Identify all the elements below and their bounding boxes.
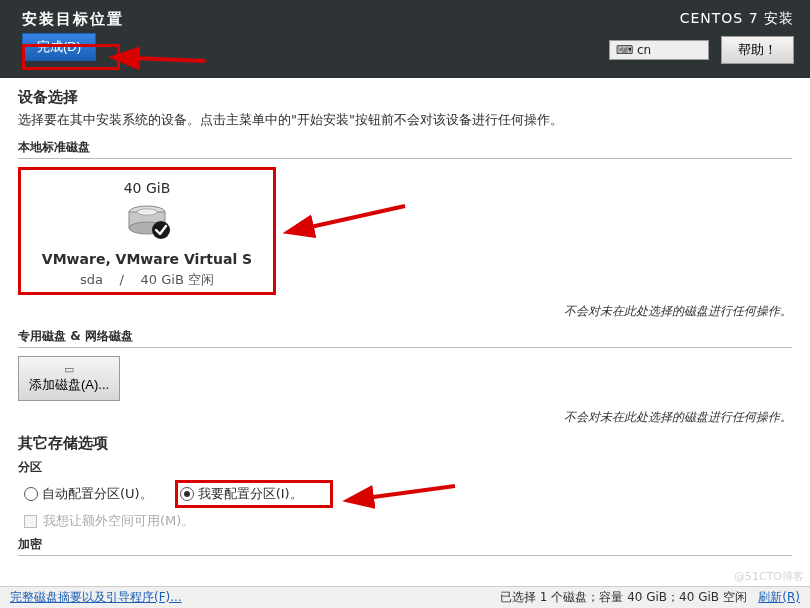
radio-auto-partition[interactable]: 自动配置分区(U)。	[24, 485, 153, 503]
radio-dot-icon	[184, 491, 190, 497]
done-button[interactable]: 完成(D)	[22, 33, 96, 61]
disk-note-2: 不会对未在此处选择的磁盘进行任何操作。	[18, 409, 792, 426]
radio-auto-label: 自动配置分区(U)。	[42, 485, 153, 503]
content-area: 设备选择 选择要在其中安装系统的设备。点击主菜单中的"开始安装"按钮前不会对该设…	[0, 78, 810, 586]
harddisk-icon	[123, 202, 171, 245]
device-selection-instruction: 选择要在其中安装系统的设备。点击主菜单中的"开始安装"按钮前不会对该设备进行任何…	[18, 111, 792, 129]
reclaim-label: 我想让额外空间可用(M)。	[43, 512, 194, 530]
svg-point-5	[152, 221, 170, 239]
disk-subinfo: sda / 40 GiB 空闲	[25, 271, 269, 289]
annotation-arrow-disk	[300, 198, 410, 241]
refresh-link[interactable]: 刷新(R)	[758, 590, 800, 604]
divider	[18, 158, 792, 159]
header-bar: 安装目标位置 完成(D) CENTOS 7 安装 ⌨ cn 帮助！	[0, 0, 810, 78]
radio-manual-label: 我要配置分区(I)。	[198, 485, 303, 503]
device-selection-heading: 设备选择	[18, 88, 792, 107]
disk-separator: /	[120, 272, 124, 287]
disk-size: 40 GiB	[25, 180, 269, 196]
product-title: CENTOS 7 安装	[609, 10, 794, 28]
selection-status: 已选择 1 个磁盘；容量 40 GiB；40 GiB 空闲	[500, 590, 747, 604]
special-disks-label: 专用磁盘 & 网络磁盘	[18, 328, 792, 345]
svg-line-6	[306, 206, 405, 228]
radio-icon	[180, 487, 194, 501]
disk-summary-link[interactable]: 完整磁盘摘要以及引导程序(F)...	[10, 589, 182, 606]
annotation-highlight-manual: 我要配置分区(I)。	[175, 480, 333, 508]
checkbox-reclaim-space: 我想让额外空间可用(M)。	[24, 512, 792, 530]
keyboard-layout-indicator[interactable]: ⌨ cn	[609, 40, 709, 60]
divider	[18, 347, 792, 348]
partitioning-label: 分区	[18, 459, 792, 476]
footer-bar: 完整磁盘摘要以及引导程序(F)... 已选择 1 个磁盘；容量 40 GiB；4…	[0, 586, 810, 608]
disk-name: VMware, VMware Virtual S	[25, 251, 269, 267]
add-disk-label: 添加磁盘(A)...	[29, 376, 109, 394]
header-right: CENTOS 7 安装 ⌨ cn 帮助！	[609, 10, 794, 64]
footer-right: 已选择 1 个磁盘；容量 40 GiB；40 GiB 空闲 刷新(R)	[500, 589, 800, 606]
help-button[interactable]: 帮助！	[721, 36, 794, 64]
add-disk-button[interactable]: ▭ 添加磁盘(A)...	[18, 356, 120, 401]
local-disks-label: 本地标准磁盘	[18, 139, 792, 156]
radio-icon	[24, 487, 38, 501]
svg-point-4	[137, 209, 157, 215]
encryption-label: 加密	[18, 536, 792, 553]
disk-free: 40 GiB 空闲	[141, 272, 214, 287]
disk-card-sda[interactable]: 40 GiB VMware, VMware Virtual S sda / 40…	[18, 167, 276, 295]
disk-device: sda	[80, 272, 103, 287]
radio-manual-partition[interactable]: 我要配置分区(I)。	[180, 485, 303, 503]
checkbox-icon	[24, 515, 37, 528]
watermark: @51CTO博客	[734, 569, 804, 584]
partitioning-radio-group: 自动配置分区(U)。 我要配置分区(I)。	[24, 480, 792, 508]
divider	[18, 555, 792, 556]
add-disk-icon: ▭	[29, 363, 109, 376]
disk-note-1: 不会对未在此处选择的磁盘进行任何操作。	[18, 303, 792, 320]
other-storage-heading: 其它存储选项	[18, 434, 792, 453]
